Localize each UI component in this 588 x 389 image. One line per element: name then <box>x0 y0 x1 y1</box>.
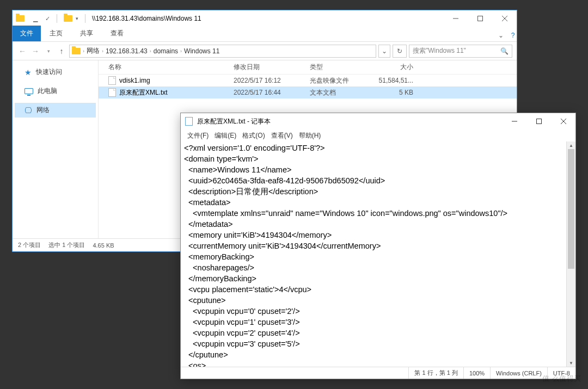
nav-up-icon[interactable]: ↑ <box>56 47 67 55</box>
column-header-type[interactable]: 类型 <box>310 63 375 72</box>
notepad-titlebar[interactable]: 原来配置XML.txt - 记事本 <box>181 113 575 129</box>
notepad-menu: 文件(F) 编辑(E) 格式(O) 查看(V) 帮助(H) <box>181 129 575 141</box>
maximize-button[interactable] <box>468 10 492 27</box>
tab-file[interactable]: 文件 <box>13 26 41 41</box>
qat-dropdown[interactable]: ▾ <box>76 16 78 21</box>
svg-rect-5 <box>536 119 541 124</box>
folder-icon <box>72 48 81 54</box>
sidebar-item-label: 快速访问 <box>36 67 62 77</box>
file-type: 光盘映像文件 <box>310 76 375 85</box>
column-header-date[interactable]: 修改日期 <box>234 63 310 72</box>
menu-format[interactable]: 格式(O) <box>240 131 267 141</box>
column-headers: 名称 修改日期 类型 大小 <box>99 60 517 75</box>
file-type: 文本文档 <box>310 88 375 97</box>
ribbon-expand-icon[interactable]: ⌄ <box>493 29 509 41</box>
file-row[interactable]: 原来配置XML.txt 2022/5/17 16:44 文本文档 5 KB <box>99 87 517 98</box>
sidebar-item-this-pc[interactable]: 此电脑 <box>15 84 96 98</box>
divider <box>85 14 85 23</box>
close-button[interactable] <box>492 10 517 27</box>
search-icon[interactable]: 🔍 <box>500 47 509 55</box>
address-bar[interactable]: › 网络 › 192.168.31.43 › domains › Windows… <box>69 45 376 58</box>
nav-forward-icon[interactable]: → <box>30 47 41 55</box>
help-icon[interactable]: ? <box>509 32 517 41</box>
tab-share[interactable]: 共享 <box>71 26 102 41</box>
maximize-button[interactable] <box>526 113 551 129</box>
window-title: \\192.168.31.43\domains\Windows 11 <box>92 15 201 22</box>
explorer-titlebar[interactable]: ▁ ✓ ▾ \\192.168.31.43\domains\Windows 11 <box>13 10 517 27</box>
file-date: 2022/5/17 16:44 <box>234 89 310 96</box>
sidebar-item-label: 此电脑 <box>38 87 57 96</box>
close-button[interactable] <box>551 113 575 129</box>
status-cursor-pos: 第 1 行，第 1 列 <box>408 367 463 379</box>
tab-view[interactable]: 查看 <box>102 26 132 41</box>
file-icon <box>108 88 116 97</box>
menu-file[interactable]: 文件(F) <box>185 131 211 141</box>
nav-recent-icon[interactable]: ▾ <box>43 48 54 54</box>
vertical-scrollbar[interactable]: ▲ ▼ <box>566 141 575 367</box>
notepad-text-area[interactable]: <?xml version='1.0' encoding='UTF-8'?> <… <box>181 141 575 367</box>
star-icon: ★ <box>24 68 32 77</box>
address-dropdown-icon[interactable]: ⌄ <box>378 45 390 58</box>
scroll-down-icon[interactable]: ▼ <box>567 359 575 367</box>
sidebar: ★ 快速访问 此电脑 🖵 网络 <box>13 60 99 238</box>
file-size: 5 KB <box>375 89 430 96</box>
breadcrumb[interactable]: Windows 11 <box>184 47 219 55</box>
folder-icon <box>64 15 72 22</box>
file-icon <box>108 76 116 85</box>
nav-row: ← → ▾ ↑ › 网络 › 192.168.31.43 › domains ›… <box>13 42 517 60</box>
scroll-up-icon[interactable]: ▲ <box>567 141 575 149</box>
window-title: 原来配置XML.txt - 记事本 <box>197 117 271 126</box>
breadcrumb[interactable]: 192.168.31.43 <box>106 47 148 55</box>
status-line-ending: Windows (CRLF) <box>490 367 547 379</box>
search-placeholder: 搜索"Windows 11" <box>413 46 466 55</box>
qat-item[interactable]: ✓ <box>45 15 50 22</box>
watermark: 值 么值得买 <box>542 374 581 384</box>
quick-access-toolbar: ▁ ✓ <box>33 15 50 22</box>
status-selected: 选中 1 个项目 <box>48 241 85 249</box>
file-row[interactable]: vdisk1.img 2022/5/17 16:12 光盘映像文件 51,584… <box>99 75 517 87</box>
minimize-button[interactable] <box>502 113 526 129</box>
notepad-statusbar: 第 1 行，第 1 列 100% Windows (CRLF) UTF-8 <box>181 367 575 379</box>
qat-item[interactable]: ▁ <box>33 15 38 22</box>
sidebar-item-quick-access[interactable]: ★ 快速访问 <box>15 65 96 79</box>
file-date: 2022/5/17 16:12 <box>234 77 310 84</box>
menu-help[interactable]: 帮助(H) <box>297 131 323 141</box>
column-header-size[interactable]: 大小 <box>375 63 430 72</box>
menu-view[interactable]: 查看(V) <box>269 131 295 141</box>
file-name: vdisk1.img <box>119 77 150 84</box>
status-item-count: 2 个项目 <box>18 241 41 249</box>
refresh-icon[interactable]: ↻ <box>393 45 407 58</box>
folder-icon <box>16 15 24 22</box>
chevron-right-icon[interactable]: › <box>180 48 182 54</box>
file-name: 原来配置XML.txt <box>119 88 168 97</box>
chevron-right-icon[interactable]: › <box>102 48 103 54</box>
breadcrumb[interactable]: domains <box>154 47 178 55</box>
notepad-window: 原来配置XML.txt - 记事本 文件(F) 编辑(E) 格式(O) 查看(V… <box>180 113 576 379</box>
pc-icon <box>24 88 33 94</box>
divider <box>57 14 57 23</box>
search-input[interactable]: 搜索"Windows 11" 🔍 <box>409 45 512 58</box>
sidebar-item-network[interactable]: 🖵 网络 <box>15 103 96 118</box>
minimize-button[interactable] <box>443 10 468 27</box>
status-zoom: 100% <box>463 367 490 379</box>
status-size: 4.65 KB <box>93 242 114 249</box>
file-size: 51,584,51... <box>375 77 430 84</box>
notepad-icon <box>185 117 193 126</box>
column-header-name[interactable]: 名称 <box>108 63 234 72</box>
tab-home[interactable]: 主页 <box>41 26 71 41</box>
chevron-right-icon[interactable]: › <box>150 48 151 54</box>
nav-back-icon[interactable]: ← <box>17 47 28 55</box>
menu-edit[interactable]: 编辑(E) <box>212 131 238 141</box>
svg-rect-1 <box>477 16 482 21</box>
breadcrumb[interactable]: 网络 <box>87 46 100 55</box>
network-icon: 🖵 <box>24 106 32 115</box>
ribbon-tabs: 文件 主页 共享 查看 ⌄ ? <box>13 27 517 42</box>
scrollbar-thumb[interactable] <box>568 149 574 269</box>
chevron-right-icon[interactable]: › <box>83 48 84 54</box>
sidebar-item-label: 网络 <box>36 106 50 115</box>
